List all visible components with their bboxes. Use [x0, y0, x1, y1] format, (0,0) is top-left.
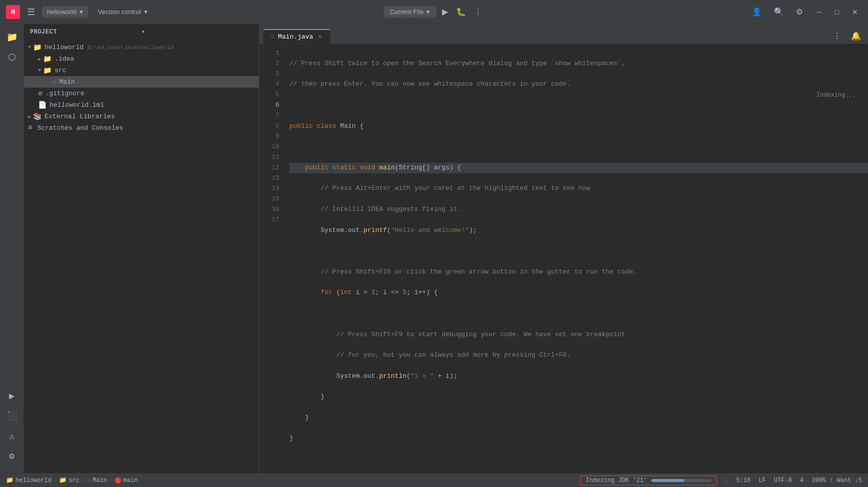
arrow-icon: ▼	[38, 68, 41, 73]
main-layout: 📁 ⬡ ▶ ⬛ ⚠ ⚙ Project ▾ ▼ 📁 helloworld D:\…	[0, 24, 868, 473]
line-num-6: 6	[259, 100, 279, 111]
tree-item-external-libs[interactable]: ▶ 📚 External Libraries	[24, 111, 259, 122]
bc-sep-2: ›	[82, 477, 85, 484]
tab-close-button[interactable]: ✕	[317, 34, 323, 40]
settings-button[interactable]: ⚙	[794, 5, 805, 19]
line-num-14: 14	[259, 183, 279, 194]
encoding[interactable]: UTF-8	[774, 477, 792, 484]
tree-item-scratches[interactable]: ≡ Scratches and Consoles	[24, 122, 259, 133]
tree-item-label: .idea	[55, 55, 74, 63]
code-line-14: // Press Shift+F9 to start debugging you…	[289, 330, 868, 340]
titlebar-right: 👤 🔍 ⚙ ─ □ ✕	[750, 5, 862, 19]
line-num-17: 17	[259, 215, 279, 225]
current-file-button[interactable]: Current File ▾	[384, 6, 437, 18]
run-button[interactable]: ▶	[440, 5, 450, 19]
tree-item-label: helloworld.iml	[50, 101, 104, 109]
activity-icon-plugins[interactable]: ⬡	[3, 48, 21, 66]
folder-icon: 📁	[33, 43, 42, 52]
code-line-4: public class Main {	[289, 121, 868, 132]
code-line-8: // IntelliJ IDEA suggests fixing it.	[289, 204, 868, 215]
profile-button[interactable]: 👤	[750, 5, 764, 19]
line-ending[interactable]: LF	[759, 477, 766, 484]
cursor-position[interactable]: 5:18	[736, 477, 751, 484]
maximize-button[interactable]: □	[831, 6, 843, 18]
tree-item-label: Main	[59, 78, 75, 86]
status-left: 📁 helloworld › 📁 src › ☉ Main › ⬤ main	[6, 476, 572, 484]
bc-method[interactable]: main	[123, 477, 138, 484]
activity-icon-project[interactable]: 📁	[3, 28, 21, 46]
code-line-6: public static void main(String[] args) {	[289, 163, 868, 173]
tree-item-main[interactable]: ☉ Main	[24, 76, 259, 88]
line-num-1: 1	[259, 48, 279, 59]
code-line-11: // Press Shift+F10 or click the green ar…	[289, 267, 868, 278]
code-line-13	[289, 309, 868, 319]
iml-icon: 📄	[38, 101, 47, 109]
tree-item-label: Scratches and Consoles	[37, 124, 123, 132]
titlebar-left: H ☰ helloworld ▾ Version control ▾	[6, 5, 750, 20]
sidebar-header: Project ▾	[24, 24, 259, 40]
arrow-icon: ▼	[28, 45, 31, 50]
line-num-8: 8	[259, 121, 279, 132]
code-line-10	[289, 246, 868, 257]
line-num-7: 7	[259, 111, 279, 121]
indexing-progress: Indexing JDK '21'	[580, 475, 716, 485]
code-line-9: System.out.printf("Hello and welcome!");	[289, 225, 868, 236]
minimize-button[interactable]: ─	[813, 6, 826, 18]
search-button[interactable]: 🔍	[772, 5, 786, 19]
tree-item-gitignore[interactable]: ⊘ .gitignore	[24, 88, 259, 99]
code-line-12: for (int i = 1; i <= 5; i++) {	[289, 288, 868, 298]
sidebar: Project ▾ ▼ 📁 helloworld D:\04_Code\Java…	[24, 24, 259, 473]
tree-item-idea[interactable]: ▶ 📁 .idea	[24, 53, 259, 65]
folder-icon: 📁	[43, 66, 52, 75]
window-controls: ─ □ ✕	[813, 6, 862, 18]
bc-sep-3: ›	[109, 477, 113, 484]
close-button[interactable]: ✕	[848, 6, 862, 18]
folder-icon: 📁	[43, 55, 52, 63]
project-button[interactable]: helloworld ▾	[42, 6, 88, 18]
tab-label: Main.java	[278, 33, 313, 41]
scratches-icon: ≡	[28, 124, 32, 132]
activity-icon-problems[interactable]: ⚠	[3, 427, 21, 445]
tab-bar: ☉ Main.java ✕ ⋮ 🔔	[259, 24, 868, 44]
tree-item-iml[interactable]: 📄 helloworld.iml	[24, 99, 259, 111]
version-control-chevron-icon: ▾	[144, 8, 148, 16]
titlebar-center: Current File ▾ ▶ 🐛 ⋮	[384, 5, 485, 19]
line-num-16: 16	[259, 204, 279, 215]
code-editor: 1 2 3 4 5 6 7 8 9 10 11 12 13 14 15 16 1…	[259, 44, 868, 473]
version-control-button[interactable]: Version control ▾	[93, 6, 153, 18]
bc-helloworld[interactable]: helloworld	[16, 477, 52, 484]
code-line-2: // then press Enter. You can now see whi…	[289, 79, 868, 90]
code-line-5	[289, 142, 868, 152]
tree-item-helloworld[interactable]: ▼ 📁 helloworld D:\04_Code\Java\helloworl…	[24, 42, 259, 53]
activity-icon-terminal[interactable]: ⬛	[3, 407, 21, 425]
indent-info[interactable]: 4	[800, 477, 803, 484]
tree-item-src[interactable]: ▼ 📁 src	[24, 65, 259, 76]
sidebar-chevron-icon: ▾	[142, 28, 253, 36]
notifications-button[interactable]: 🔔	[848, 30, 864, 42]
bc-main[interactable]: Main	[93, 477, 107, 484]
bc-src[interactable]: src	[69, 477, 80, 484]
sidebar-title: Project	[30, 29, 142, 36]
activity-icon-run[interactable]: ▶	[3, 387, 21, 405]
file-tree: ▼ 📁 helloworld D:\04_Code\Java\helloworl…	[24, 40, 259, 473]
line-num-2: 2	[259, 59, 279, 69]
git-status: 390% ↕ Want ↓5	[811, 477, 862, 484]
bc-sep-1: ›	[54, 477, 57, 484]
activity-bottom: ▶ ⬛ ⚠ ⚙	[3, 387, 21, 469]
bc-method-icon: ⬤	[115, 476, 121, 484]
bc-main-icon: ☉	[87, 476, 91, 484]
arrow-icon: ▶	[38, 56, 41, 62]
code-content[interactable]: // Press Shift twice to open the Search …	[285, 44, 868, 473]
bc-src-icon: 📁	[59, 476, 67, 484]
tab-more-button[interactable]: ⋮	[830, 30, 844, 42]
hamburger-button[interactable]: ☰	[25, 5, 37, 20]
more-run-options-button[interactable]: ⋮	[472, 5, 484, 19]
code-line-17: }	[289, 392, 868, 402]
indexing-label: Indexing JDK '21'	[586, 477, 647, 484]
tab-main-java[interactable]: ☉ Main.java ✕	[263, 29, 330, 44]
gitignore-icon: ⊘	[38, 89, 42, 98]
code-line-19: }	[289, 433, 868, 444]
activity-icon-git[interactable]: ⚙	[3, 447, 21, 465]
debug-button[interactable]: 🐛	[454, 5, 468, 19]
bc-project-icon: 📁	[6, 476, 14, 484]
